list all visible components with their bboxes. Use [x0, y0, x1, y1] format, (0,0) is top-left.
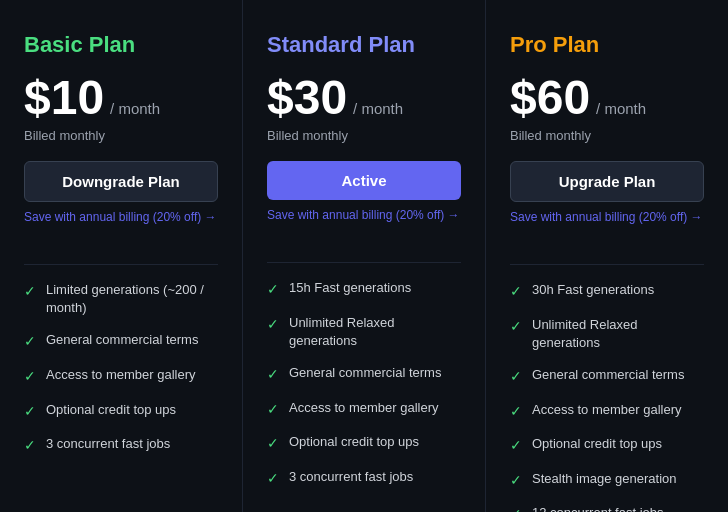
list-item: ✓Optional credit top ups	[510, 435, 704, 456]
feature-text: 30h Fast generations	[532, 281, 654, 299]
feature-text: 15h Fast generations	[289, 279, 411, 297]
feature-text: General commercial terms	[532, 366, 684, 384]
check-icon: ✓	[267, 315, 279, 335]
check-icon: ✓	[267, 400, 279, 420]
check-icon: ✓	[510, 505, 522, 512]
plan-price-pro: $60/ month	[510, 74, 704, 122]
feature-text: Access to member gallery	[532, 401, 682, 419]
list-item: ✓Limited generations (~200 / month)	[24, 281, 218, 317]
features-list-pro: ✓30h Fast generations✓Unlimited Relaxed …	[510, 281, 704, 512]
check-icon: ✓	[510, 282, 522, 302]
plan-card-pro: Pro Plan$60/ monthBilled monthlyUpgrade …	[486, 0, 728, 512]
check-icon: ✓	[510, 471, 522, 491]
list-item: ✓General commercial terms	[267, 364, 461, 385]
divider-standard	[267, 262, 461, 263]
feature-text: General commercial terms	[289, 364, 441, 382]
plan-title-standard: Standard Plan	[267, 32, 461, 58]
list-item: ✓General commercial terms	[24, 331, 218, 352]
feature-text: Unlimited Relaxed generations	[289, 314, 461, 350]
price-amount-pro: $60	[510, 74, 590, 122]
price-amount-basic: $10	[24, 74, 104, 122]
list-item: ✓Optional credit top ups	[24, 401, 218, 422]
plan-price-standard: $30/ month	[267, 74, 461, 122]
list-item: ✓Optional credit top ups	[267, 433, 461, 454]
feature-text: Access to member gallery	[289, 399, 439, 417]
check-icon: ✓	[510, 436, 522, 456]
list-item: ✓Access to member gallery	[24, 366, 218, 387]
plans-container: Basic Plan$10/ monthBilled monthlyDowngr…	[0, 0, 728, 512]
price-period-standard: / month	[353, 100, 403, 117]
billing-cycle-pro: Billed monthly	[510, 128, 704, 143]
feature-text: 3 concurrent fast jobs	[289, 468, 413, 486]
list-item: ✓15h Fast generations	[267, 279, 461, 300]
feature-text: 12 concurrent fast jobs	[532, 504, 664, 512]
check-icon: ✓	[267, 365, 279, 385]
plan-title-basic: Basic Plan	[24, 32, 218, 58]
plan-card-basic: Basic Plan$10/ monthBilled monthlyDowngr…	[0, 0, 243, 512]
feature-text: Access to member gallery	[46, 366, 196, 384]
feature-text: Stealth image generation	[532, 470, 677, 488]
save-annual-basic[interactable]: Save with annual billing (20% off) →	[24, 210, 218, 224]
list-item: ✓General commercial terms	[510, 366, 704, 387]
plan-title-pro: Pro Plan	[510, 32, 704, 58]
check-icon: ✓	[510, 317, 522, 337]
list-item: ✓Stealth image generation	[510, 470, 704, 491]
billing-cycle-standard: Billed monthly	[267, 128, 461, 143]
list-item: ✓Unlimited Relaxed generations	[267, 314, 461, 350]
check-icon: ✓	[24, 436, 36, 456]
feature-text: General commercial terms	[46, 331, 198, 349]
check-icon: ✓	[267, 434, 279, 454]
plan-price-basic: $10/ month	[24, 74, 218, 122]
price-period-basic: / month	[110, 100, 160, 117]
features-list-basic: ✓Limited generations (~200 / month)✓Gene…	[24, 281, 218, 456]
price-amount-standard: $30	[267, 74, 347, 122]
list-item: ✓3 concurrent fast jobs	[267, 468, 461, 489]
features-list-standard: ✓15h Fast generations✓Unlimited Relaxed …	[267, 279, 461, 488]
list-item: ✓Unlimited Relaxed generations	[510, 316, 704, 352]
feature-text: Limited generations (~200 / month)	[46, 281, 218, 317]
price-period-pro: / month	[596, 100, 646, 117]
check-icon: ✓	[24, 332, 36, 352]
check-icon: ✓	[510, 367, 522, 387]
plan-button-pro[interactable]: Upgrade Plan	[510, 161, 704, 202]
check-icon: ✓	[24, 282, 36, 302]
list-item: ✓3 concurrent fast jobs	[24, 435, 218, 456]
save-annual-standard[interactable]: Save with annual billing (20% off) →	[267, 208, 461, 222]
save-annual-pro[interactable]: Save with annual billing (20% off) →	[510, 210, 704, 224]
plan-button-standard[interactable]: Active	[267, 161, 461, 200]
check-icon: ✓	[267, 469, 279, 489]
feature-text: Optional credit top ups	[289, 433, 419, 451]
check-icon: ✓	[267, 280, 279, 300]
list-item: ✓Access to member gallery	[510, 401, 704, 422]
divider-pro	[510, 264, 704, 265]
feature-text: Optional credit top ups	[532, 435, 662, 453]
check-icon: ✓	[510, 402, 522, 422]
plan-card-standard: Standard Plan$30/ monthBilled monthlyAct…	[243, 0, 486, 512]
list-item: ✓Access to member gallery	[267, 399, 461, 420]
billing-cycle-basic: Billed monthly	[24, 128, 218, 143]
feature-text: Optional credit top ups	[46, 401, 176, 419]
check-icon: ✓	[24, 402, 36, 422]
feature-text: Unlimited Relaxed generations	[532, 316, 704, 352]
plan-button-basic[interactable]: Downgrade Plan	[24, 161, 218, 202]
check-icon: ✓	[24, 367, 36, 387]
feature-text: 3 concurrent fast jobs	[46, 435, 170, 453]
list-item: ✓30h Fast generations	[510, 281, 704, 302]
divider-basic	[24, 264, 218, 265]
list-item: ✓12 concurrent fast jobs	[510, 504, 704, 512]
